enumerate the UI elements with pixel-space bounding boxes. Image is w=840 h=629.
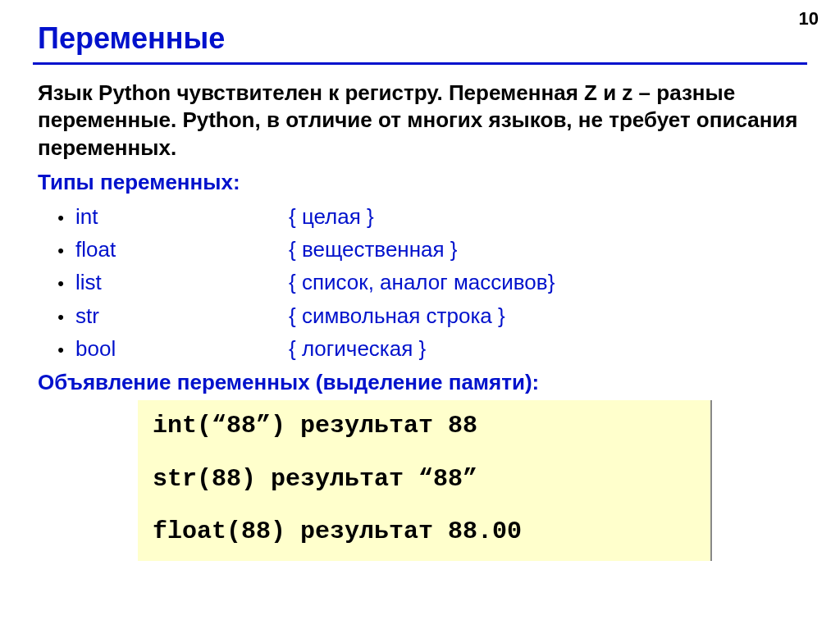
code-box: int(“88”) результат 88 str(88) результат…: [138, 400, 712, 561]
slide: 10 Переменные Язык Python чувствителен к…: [0, 0, 840, 629]
slide-title: Переменные: [38, 21, 807, 56]
type-desc: { целая }: [289, 200, 374, 233]
type-name: list: [75, 266, 289, 299]
title-divider: [33, 62, 807, 65]
type-name: bool: [75, 332, 289, 365]
type-row: • float { вещественная }: [38, 233, 807, 266]
types-label: Типы переменных:: [38, 170, 807, 195]
type-name: int: [75, 200, 289, 233]
code-line: int(“88”) результат 88: [153, 412, 696, 440]
type-row: • list { список, аналог массивов}: [38, 266, 807, 299]
bullet-icon: •: [38, 336, 75, 364]
code-line: str(88) результат “88”: [153, 465, 696, 494]
type-row: • int { целая }: [38, 200, 807, 233]
types-list: • int { целая } • float { вещественная }…: [38, 200, 807, 365]
intro-paragraph: Язык Python чувствителен к регистру. Пер…: [38, 80, 802, 162]
declaration-label: Объявление переменных (выделение памяти)…: [38, 370, 807, 395]
type-name: float: [75, 233, 289, 266]
bullet-icon: •: [38, 270, 75, 298]
bullet-icon: •: [38, 303, 75, 331]
type-row: • str { символьная строка }: [38, 299, 807, 332]
type-desc: { вещественная }: [289, 233, 458, 266]
bullet-icon: •: [38, 237, 75, 265]
type-desc: { символьная строка }: [289, 299, 505, 332]
type-desc: { список, аналог массивов}: [289, 266, 555, 299]
type-row: • bool { логическая }: [38, 332, 807, 365]
page-number: 10: [799, 8, 819, 30]
bullet-icon: •: [38, 204, 75, 232]
type-desc: { логическая }: [289, 332, 426, 365]
type-name: str: [75, 299, 289, 332]
code-line: float(88) результат 88.00: [153, 517, 696, 546]
